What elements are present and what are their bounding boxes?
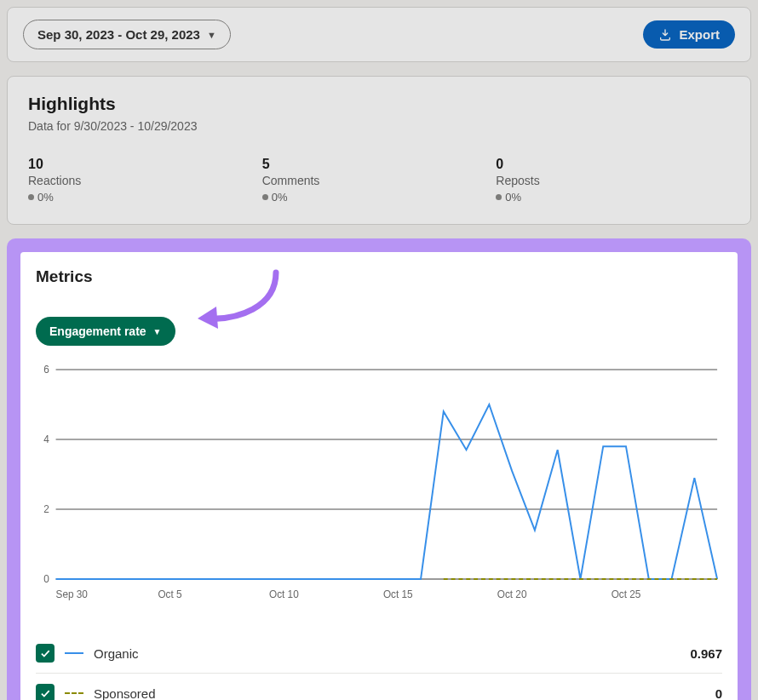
metrics-card: Metrics Engagement rate ▼ 0246Sep 30Oct … [20, 252, 738, 700]
caret-down-icon: ▼ [207, 30, 216, 40]
date-range-label: Sep 30, 2023 - Oct 29, 2023 [37, 27, 200, 42]
highlights-stats-row: 10 Reactions 0% 5 Comments 0% 0 Reposts … [28, 157, 730, 204]
stat-label: Comments [262, 174, 497, 187]
export-label: Export [679, 27, 720, 42]
export-button[interactable]: Export [643, 20, 735, 49]
metrics-title: Metrics [36, 267, 722, 286]
svg-text:0: 0 [43, 573, 49, 585]
stat-value: 5 [262, 157, 497, 172]
delta-dot-icon [262, 194, 268, 200]
legend-checkbox-sponsored[interactable] [36, 684, 55, 700]
legend-value: 0.967 [690, 646, 722, 661]
stat-reactions: 10 Reactions 0% [28, 157, 262, 204]
stat-delta: 0% [496, 191, 730, 204]
engagement-chart: 0246Sep 30Oct 5Oct 10Oct 15Oct 20Oct 25 [36, 364, 722, 603]
legend-label: Sponsored [94, 686, 156, 701]
legend-label: Organic [94, 646, 139, 661]
svg-text:Oct 10: Oct 10 [269, 588, 299, 600]
stat-label: Reposts [496, 174, 730, 187]
stat-delta: 0% [28, 191, 262, 204]
date-range-picker[interactable]: Sep 30, 2023 - Oct 29, 2023 ▼ [23, 20, 231, 49]
svg-text:4: 4 [43, 433, 49, 445]
check-icon [39, 647, 51, 659]
stat-reposts: 0 Reposts 0% [496, 157, 730, 204]
legend-row-organic: Organic 0.967 [36, 634, 722, 673]
svg-text:Sep 30: Sep 30 [56, 588, 89, 600]
delta-dot-icon [496, 194, 502, 200]
stat-label: Reactions [28, 174, 262, 187]
legend-swatch-sponsored [65, 692, 83, 694]
chart-legend: Organic 0.967 Sponsored 0 [36, 634, 722, 700]
metric-selector[interactable]: Engagement rate ▼ [36, 317, 175, 346]
metric-selector-label: Engagement rate [49, 324, 146, 338]
stat-comments: 5 Comments 0% [262, 157, 497, 204]
highlights-subtitle: Data for 9/30/2023 - 10/29/2023 [28, 119, 730, 133]
highlights-title: Highlights [28, 94, 730, 114]
svg-text:Oct 20: Oct 20 [497, 588, 527, 600]
stat-value: 10 [28, 157, 262, 172]
svg-text:Oct 25: Oct 25 [612, 588, 641, 600]
stat-value: 0 [496, 157, 730, 172]
download-icon [658, 28, 672, 42]
legend-checkbox-organic[interactable] [36, 644, 55, 663]
svg-text:Oct 5: Oct 5 [158, 588, 182, 600]
legend-row-sponsored: Sponsored 0 [36, 673, 722, 700]
legend-swatch-organic [65, 652, 83, 654]
stat-delta: 0% [262, 191, 497, 204]
svg-text:Oct 15: Oct 15 [383, 588, 413, 600]
svg-text:6: 6 [43, 364, 49, 376]
legend-value: 0 [715, 686, 722, 701]
delta-dot-icon [28, 194, 34, 200]
analytics-topbar: Sep 30, 2023 - Oct 29, 2023 ▼ Export [7, 7, 751, 62]
highlights-card: Highlights Data for 9/30/2023 - 10/29/20… [7, 76, 751, 225]
metrics-highlight-frame: Metrics Engagement rate ▼ 0246Sep 30Oct … [7, 238, 751, 700]
check-icon [39, 687, 51, 699]
caret-down-icon: ▼ [153, 327, 162, 336]
svg-text:2: 2 [43, 503, 49, 515]
